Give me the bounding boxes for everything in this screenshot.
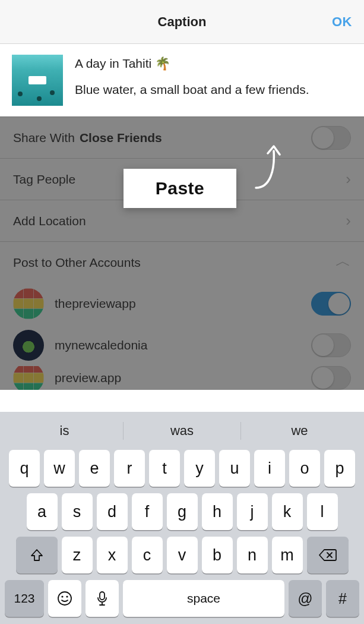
key-q[interactable]: q — [9, 450, 40, 487]
caption-row: A day in Tahiti 🌴 Blue water, a small bo… — [0, 44, 364, 116]
key-a[interactable]: a — [27, 493, 58, 530]
key-d[interactable]: d — [97, 493, 128, 530]
key-shift[interactable] — [16, 537, 58, 573]
chevron-right-icon: › — [346, 170, 351, 188]
account-name: preview.app — [55, 371, 121, 385]
caption-text[interactable]: A day in Tahiti 🌴 Blue water, a small bo… — [75, 55, 309, 99]
key-dictation[interactable] — [86, 580, 119, 617]
key-z[interactable]: z — [62, 537, 93, 573]
key-e[interactable]: e — [79, 450, 110, 487]
post-thumbnail[interactable] — [12, 55, 63, 106]
add-location-label: Add Location — [13, 214, 86, 228]
shift-icon — [30, 548, 44, 562]
avatar — [13, 330, 44, 361]
keyboard: is was we q w e r t y u i o p a s d f g … — [0, 412, 364, 624]
keyboard-suggestion[interactable]: we — [241, 423, 358, 439]
key-emoji[interactable] — [48, 580, 81, 617]
key-g[interactable]: g — [167, 493, 198, 530]
key-h[interactable]: h — [202, 493, 233, 530]
share-close-friends-toggle[interactable] — [311, 126, 351, 150]
account-name: mynewcaledonia — [55, 338, 147, 352]
key-l[interactable]: l — [307, 493, 338, 530]
svg-rect-3 — [100, 592, 105, 600]
account-name: thepreviewapp — [55, 297, 136, 311]
caption-line1: A day in Tahiti 🌴 — [75, 55, 309, 73]
post-other-accounts-label: Post to Other Accounts — [13, 256, 141, 270]
tag-people-label: Tag People — [13, 172, 75, 187]
keyboard-row: a s d f g h j k l — [0, 493, 364, 537]
key-m[interactable]: m — [272, 537, 303, 573]
key-k[interactable]: k — [272, 493, 303, 530]
account-row[interactable]: preview.app — [0, 366, 364, 390]
account-toggle[interactable] — [311, 366, 351, 390]
share-close-friends-label: Share With Close Friends — [13, 131, 162, 145]
key-s[interactable]: s — [62, 493, 93, 530]
key-y[interactable]: y — [184, 450, 215, 487]
key-at[interactable]: @ — [289, 580, 322, 617]
key-o[interactable]: o — [289, 450, 320, 487]
key-c[interactable]: c — [132, 537, 163, 573]
key-w[interactable]: w — [44, 450, 75, 487]
caption-line2: Blue water, a small boat and a few frien… — [75, 81, 309, 99]
key-numbers[interactable]: 123 — [5, 580, 44, 617]
svg-point-2 — [66, 595, 68, 597]
key-f[interactable]: f — [132, 493, 163, 530]
key-p[interactable]: p — [324, 450, 355, 487]
key-r[interactable]: r — [114, 450, 145, 487]
keyboard-row: z x c v b n m — [0, 537, 364, 580]
account-row[interactable]: thepreviewapp — [0, 283, 364, 324]
post-other-accounts-row[interactable]: Post to Other Accounts ︿ — [0, 241, 364, 283]
keyboard-suggestion[interactable]: is — [6, 423, 123, 439]
key-v[interactable]: v — [167, 537, 198, 573]
keyboard-suggestion-bar: is was we — [0, 412, 364, 450]
keyboard-row: q w e r t y u i o p — [0, 450, 364, 493]
svg-point-1 — [61, 595, 63, 597]
backspace-icon — [319, 549, 337, 562]
key-n[interactable]: n — [237, 537, 268, 573]
key-b[interactable]: b — [202, 537, 233, 573]
share-close-friends-row[interactable]: Share With Close Friends — [0, 116, 364, 158]
paste-tooltip[interactable]: Paste — [124, 169, 236, 208]
key-space[interactable]: space — [123, 580, 284, 617]
nav-bar: Caption OK — [0, 0, 364, 44]
account-toggle[interactable] — [311, 292, 351, 316]
avatar — [13, 366, 44, 390]
account-row[interactable]: mynewcaledonia — [0, 324, 364, 366]
avatar — [13, 288, 44, 319]
key-u[interactable]: u — [219, 450, 250, 487]
ok-button[interactable]: OK — [332, 0, 352, 44]
key-backspace[interactable] — [307, 537, 349, 573]
microphone-icon — [96, 591, 108, 606]
svg-point-0 — [58, 592, 71, 605]
key-i[interactable]: i — [254, 450, 285, 487]
chevron-right-icon: › — [346, 212, 351, 230]
chevron-up-icon: ︿ — [335, 251, 351, 272]
keyboard-row: 123 space @ # — [0, 580, 364, 617]
page-title: Caption — [158, 14, 207, 30]
keyboard-suggestion[interactable]: was — [124, 423, 240, 439]
key-j[interactable]: j — [237, 493, 268, 530]
key-hash[interactable]: # — [326, 580, 359, 617]
emoji-icon — [57, 591, 72, 606]
account-toggle[interactable] — [311, 333, 351, 357]
key-x[interactable]: x — [97, 537, 128, 573]
key-t[interactable]: t — [149, 450, 180, 487]
